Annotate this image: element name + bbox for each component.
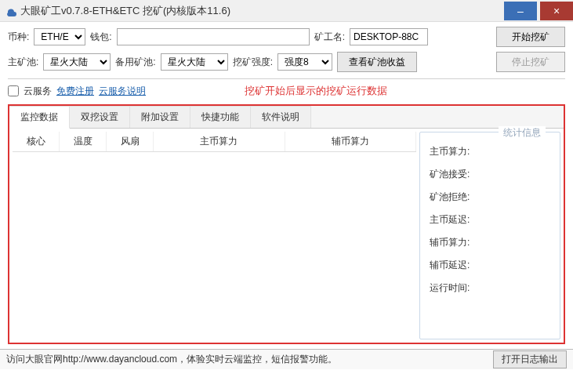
config-row-1: 币种: ETH/E 钱包: 矿工名: 开始挖矿 <box>0 22 573 52</box>
stop-mining-button[interactable]: 停止挖矿 <box>496 52 565 72</box>
stat-accept: 矿池接受: <box>428 163 552 186</box>
tab-monitor[interactable]: 监控数据 <box>9 106 70 129</box>
mainpool-label: 主矿池: <box>8 56 38 69</box>
footer: 访问大眼官网http://www.dayancloud.com，体验实时云端监控… <box>0 349 573 369</box>
miner-input[interactable] <box>350 28 428 45</box>
open-log-button[interactable]: 打开日志输出 <box>493 350 567 368</box>
app-icon <box>5 5 17 17</box>
backup-select[interactable]: 星火大陆 <box>161 53 228 71</box>
tab-quick[interactable]: 快捷功能 <box>190 106 251 128</box>
tab-about[interactable]: 软件说明 <box>251 106 311 128</box>
cloud-label: 云服务 <box>24 85 52 98</box>
cloud-row: 云服务 免费注册 云服务说明 挖矿开始后显示的挖矿运行数据 <box>0 81 573 101</box>
tab-extra[interactable]: 附加设置 <box>130 106 190 128</box>
titlebar: 大眼矿工v0.7.8-ETH&ETC 挖矿(内核版本11.6) – × <box>0 0 573 22</box>
stats-box: 统计信息 主币算力: 矿池接受: 矿池拒绝: 主币延迟: 辅币算力: 辅币延迟:… <box>419 132 560 339</box>
stat-mainlat: 主币延迟: <box>428 209 552 231</box>
view-earnings-button[interactable]: 查看矿池收益 <box>337 52 417 72</box>
tab-dual[interactable]: 双挖设置 <box>70 106 130 128</box>
config-row-2: 主矿池: 星火大陆 备用矿池: 星火大陆 挖矿强度: 强度8 查看矿池收益 停止… <box>0 52 573 77</box>
stat-mainhash: 主币算力: <box>428 140 552 163</box>
th-subhash: 辅币算力 <box>285 132 417 151</box>
th-core: 核心 <box>13 132 60 151</box>
mainpool-select[interactable]: 星火大陆 <box>43 53 111 71</box>
footer-text: 访问大眼官网http://www.dayancloud.com，体验实时云端监控… <box>6 353 337 366</box>
stat-reject: 矿池拒绝: <box>428 186 552 209</box>
cloud-help-link[interactable]: 云服务说明 <box>99 85 146 98</box>
stat-subhash: 辅币算力: <box>428 231 552 254</box>
cloud-checkbox[interactable] <box>8 85 19 96</box>
stats-legend: 统计信息 <box>499 126 546 140</box>
annotation-text: 挖矿开始后显示的挖矿运行数据 <box>245 84 387 98</box>
gpu-table: 核心 温度 风扇 主币算力 辅币算力 <box>13 132 416 339</box>
wallet-label: 钱包: <box>90 31 111 44</box>
tab-bar: 监控数据 双挖设置 附加设置 快捷功能 软件说明 <box>9 106 564 129</box>
table-header: 核心 温度 风扇 主币算力 辅币算力 <box>13 132 416 152</box>
monitor-panel: 监控数据 双挖设置 附加设置 快捷功能 软件说明 核心 温度 风扇 主币算力 辅… <box>8 104 565 344</box>
wallet-input[interactable] <box>117 28 310 45</box>
miner-label: 矿工名: <box>314 31 345 44</box>
intensity-label: 挖矿强度: <box>233 56 273 69</box>
start-mining-button[interactable]: 开始挖矿 <box>496 27 565 47</box>
minimize-button[interactable]: – <box>504 2 537 20</box>
register-link[interactable]: 免费注册 <box>56 85 94 98</box>
stat-sublat: 辅币延迟: <box>428 254 552 277</box>
window-title: 大眼矿工v0.7.8-ETH&ETC 挖矿(内核版本11.6) <box>20 4 501 18</box>
footer-url[interactable]: www.dayancloud.com <box>86 354 177 365</box>
backup-label: 备用矿池: <box>115 56 155 69</box>
close-button[interactable]: × <box>540 2 573 20</box>
separator <box>8 78 565 79</box>
stat-runtime: 运行时间: <box>428 277 552 299</box>
th-temp: 温度 <box>60 132 107 151</box>
coin-label: 币种: <box>8 31 29 44</box>
th-mainhash: 主币算力 <box>154 132 285 151</box>
tab-content: 核心 温度 风扇 主币算力 辅币算力 统计信息 主币算力: 矿池接受: 矿池拒绝… <box>9 129 564 343</box>
th-fan: 风扇 <box>107 132 154 151</box>
coin-select[interactable]: ETH/E <box>34 28 85 45</box>
intensity-select[interactable]: 强度8 <box>277 53 332 71</box>
